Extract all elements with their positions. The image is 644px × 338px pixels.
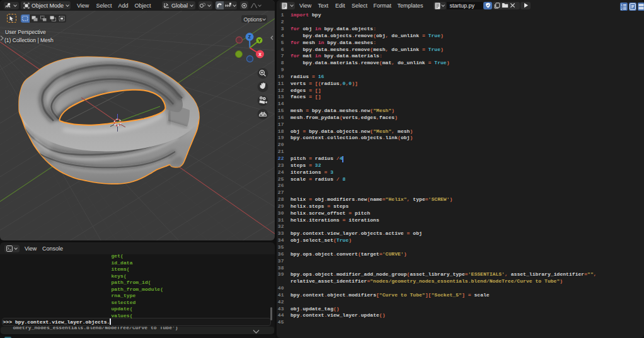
svg-text:Z: Z xyxy=(248,35,251,39)
svg-text:2: 2 xyxy=(621,7,623,11)
svg-text:Y: Y xyxy=(258,38,261,43)
svg-text:X: X xyxy=(258,52,262,57)
